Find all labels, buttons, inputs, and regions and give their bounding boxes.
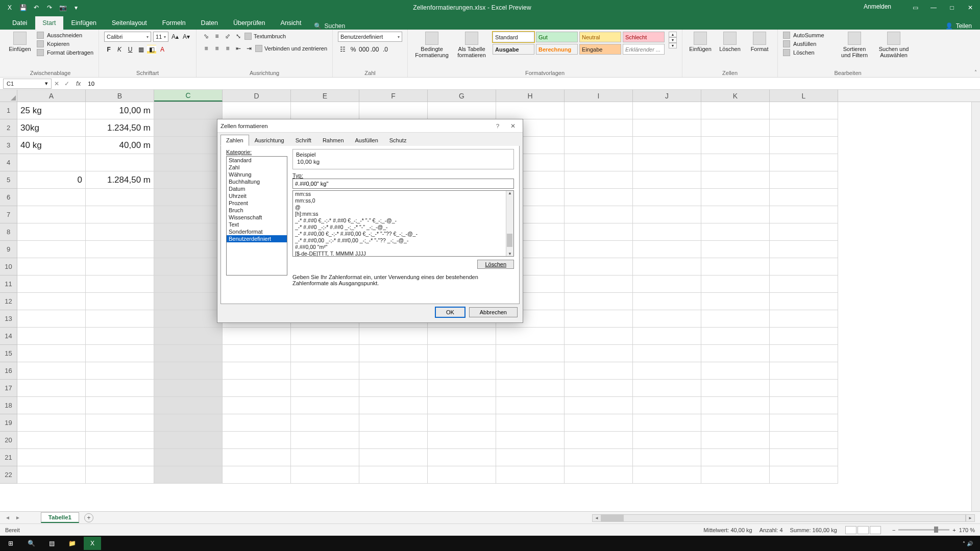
percent-button[interactable]: % — [349, 45, 358, 54]
cell[interactable] — [291, 380, 359, 397]
cell[interactable] — [770, 223, 838, 241]
cell[interactable] — [701, 310, 770, 328]
cell[interactable] — [565, 206, 633, 223]
clear-button[interactable]: Löschen — [783, 49, 834, 56]
cell[interactable] — [770, 380, 838, 397]
cell[interactable] — [565, 362, 633, 380]
cell[interactable] — [565, 466, 633, 484]
cell[interactable] — [701, 189, 770, 206]
category-item[interactable]: Uhrzeit — [227, 192, 287, 199]
sort-filter-button[interactable]: Sortieren und Filtern — [838, 32, 871, 58]
cell[interactable] — [359, 362, 428, 380]
format-item[interactable]: #.##0,00 "m²" — [293, 244, 513, 251]
cell[interactable] — [154, 449, 223, 466]
style-gut[interactable]: Gut — [536, 32, 578, 42]
cell[interactable] — [565, 119, 633, 137]
cell[interactable] — [359, 449, 428, 466]
select-all-corner[interactable] — [0, 90, 17, 102]
border-button[interactable]: ▦ — [136, 45, 145, 54]
cell[interactable]: 40,00 m — [86, 137, 154, 154]
cell[interactable] — [428, 449, 496, 466]
col-header-k[interactable]: K — [701, 90, 770, 102]
style-neutral[interactable]: Neutral — [579, 32, 621, 42]
cell[interactable] — [496, 345, 565, 362]
fx-icon[interactable]: fx — [76, 80, 81, 87]
cell[interactable] — [565, 449, 633, 466]
cell[interactable] — [770, 154, 838, 171]
cell[interactable] — [154, 137, 223, 154]
collapse-ribbon-icon[interactable]: ˄ — [974, 69, 977, 75]
maximize-icon[interactable]: □ — [947, 3, 957, 12]
cell[interactable] — [496, 449, 565, 466]
cell[interactable] — [154, 397, 223, 414]
cell[interactable] — [633, 137, 701, 154]
row-header[interactable]: 15 — [0, 345, 17, 362]
delete-format-button[interactable]: Löschen — [477, 260, 514, 269]
cell[interactable] — [86, 362, 154, 380]
cell[interactable] — [565, 397, 633, 414]
cell[interactable] — [86, 310, 154, 328]
tab-review[interactable]: Überprüfen — [226, 16, 273, 30]
cell[interactable] — [633, 397, 701, 414]
row-header[interactable]: 7 — [0, 206, 17, 223]
cell[interactable] — [633, 414, 701, 432]
formula-input[interactable] — [85, 79, 980, 89]
cell[interactable]: 40 kg — [17, 137, 86, 154]
col-header-l[interactable]: L — [770, 90, 838, 102]
insert-cells-button[interactable]: Einfügen — [688, 32, 713, 52]
cell[interactable] — [359, 432, 428, 449]
cell[interactable] — [701, 241, 770, 258]
cell[interactable] — [291, 466, 359, 484]
row-header[interactable]: 19 — [0, 414, 17, 432]
zoom-out-button[interactable]: − — [892, 527, 895, 533]
ribbon-search[interactable]: 🔍 Suchen — [314, 22, 346, 30]
row-header[interactable]: 5 — [0, 171, 17, 189]
row-header[interactable]: 4 — [0, 154, 17, 171]
cell[interactable] — [291, 328, 359, 345]
cell[interactable] — [701, 154, 770, 171]
cell[interactable] — [633, 206, 701, 223]
cell[interactable] — [565, 137, 633, 154]
cell[interactable] — [359, 328, 428, 345]
cell[interactable] — [223, 449, 291, 466]
style-standard[interactable]: Standard — [493, 32, 534, 42]
cell[interactable] — [154, 414, 223, 432]
cell[interactable] — [17, 154, 86, 171]
col-header-f[interactable]: F — [359, 90, 428, 102]
cell[interactable] — [17, 397, 86, 414]
dlg-tab-fill[interactable]: Ausfüllen — [350, 135, 384, 146]
cell[interactable] — [770, 414, 838, 432]
align-middle-button[interactable]: ≡ — [212, 32, 222, 41]
row-header[interactable]: 11 — [0, 276, 17, 293]
style-erklaerender[interactable]: Erklärender ... — [623, 44, 665, 55]
decrease-font-button[interactable]: A▾ — [182, 32, 191, 41]
tray-up-icon[interactable]: ˄ 🔊 — [963, 541, 973, 546]
cell[interactable] — [17, 276, 86, 293]
zoom-control[interactable]: − + 170 % — [892, 527, 975, 533]
cut-button[interactable]: Ausschneiden — [37, 32, 93, 39]
system-tray[interactable]: ˄ 🔊 — [958, 541, 978, 546]
cell[interactable] — [770, 466, 838, 484]
cell[interactable] — [359, 397, 428, 414]
style-eingabe[interactable]: Eingabe — [579, 44, 621, 55]
cell[interactable] — [428, 362, 496, 380]
gallery-down-icon[interactable]: ▾ — [669, 37, 677, 43]
taskbar-excel-icon[interactable]: X — [84, 537, 101, 550]
tab-insert[interactable]: Einfügen — [64, 16, 104, 30]
underline-button[interactable]: U — [126, 45, 135, 54]
cell[interactable] — [86, 258, 154, 276]
copy-button[interactable]: Kopieren — [37, 40, 93, 47]
autosum-button[interactable]: AutoSumme — [783, 32, 834, 39]
cell[interactable] — [701, 276, 770, 293]
cell[interactable] — [633, 119, 701, 137]
vertical-scrollbar[interactable] — [971, 102, 980, 511]
col-header-a[interactable]: A — [17, 90, 86, 102]
cell[interactable] — [86, 449, 154, 466]
category-item[interactable]: Wissenschaft — [227, 214, 287, 221]
increase-decimal-button[interactable]: .00 — [370, 45, 379, 54]
cell[interactable] — [633, 258, 701, 276]
cell[interactable] — [428, 432, 496, 449]
cell[interactable] — [633, 310, 701, 328]
name-box[interactable]: C1▾ — [3, 79, 52, 89]
cell[interactable] — [86, 397, 154, 414]
